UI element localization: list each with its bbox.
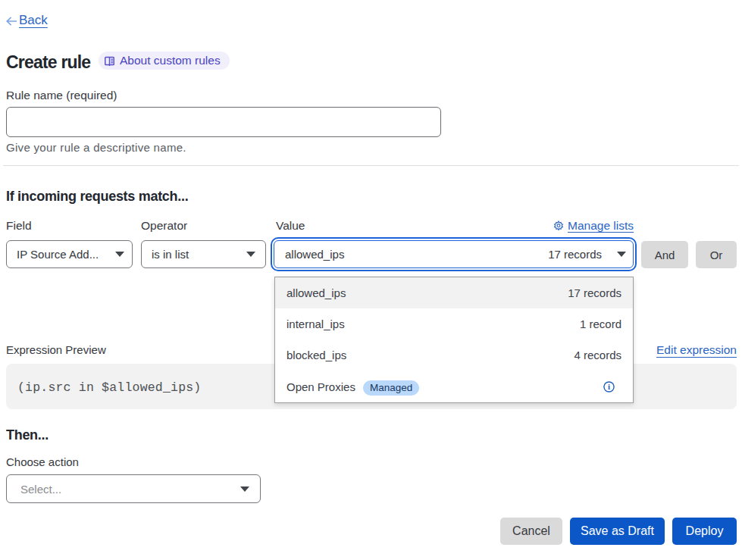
svg-text:i: i (608, 382, 610, 391)
